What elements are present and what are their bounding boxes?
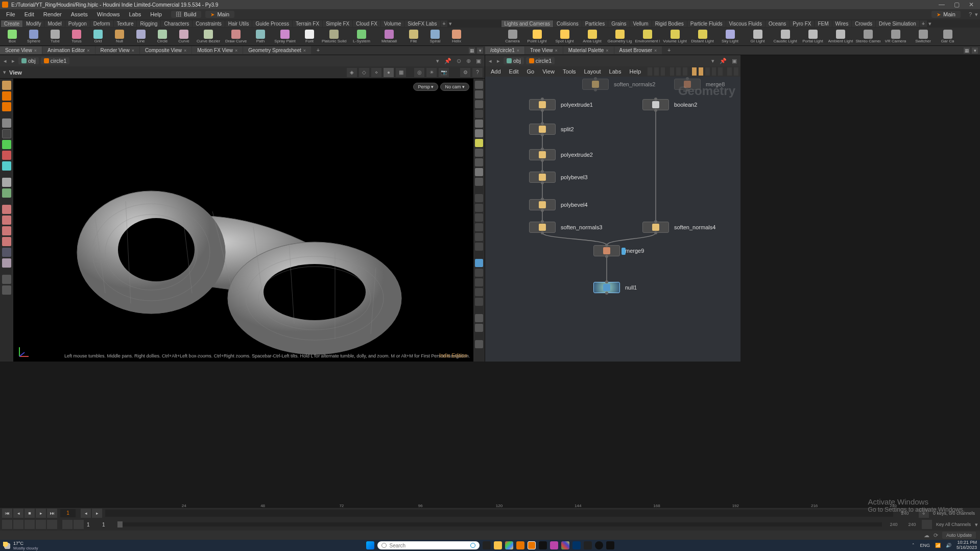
range-end[interactable]: 240 [885,522,902,527]
tool-file[interactable]: File [403,30,424,43]
camera-menu[interactable]: No cam ▾ [440,83,469,91]
shelf-add-button[interactable]: + [920,20,927,27]
node-tool2-icon[interactable] [654,67,659,76]
node-sn3[interactable]: soften_normals3 [529,222,602,233]
path-crumb-circle1[interactable]: circle1 [41,57,70,64]
node-sn2[interactable]: soften_normals2 [582,79,655,90]
shelf-tab-rigging[interactable]: Rigging [137,20,160,27]
shelf-tab-pyro-fx[interactable]: Pyro FX [790,20,814,27]
node-pb4[interactable]: polybevel4 [529,199,588,210]
pane-tab--obj-circle1[interactable]: /obj/circle1× [485,46,524,54]
dropdown-icon[interactable]: ▾ [710,58,716,64]
tool-line[interactable]: Line [131,30,151,43]
tool-stereo-camera[interactable]: Stereo Camera [855,30,881,43]
menu-labs[interactable]: Labs [125,10,145,18]
node-tool1-icon[interactable] [648,67,652,76]
vp-help-icon[interactable] [475,340,483,348]
clock[interactable]: 10:21 PM 5/16/2023 [957,540,977,550]
taskbar-search[interactable] [377,541,480,549]
pin-icon[interactable]: 📌 [718,58,728,64]
select-point-icon[interactable]: ⋄ [371,68,381,77]
tab-close-icon[interactable]: × [555,48,558,53]
tool-camera[interactable]: Camera [503,30,523,43]
slack-icon[interactable] [561,541,569,549]
tool-draw-curve[interactable]: Draw Curve [223,30,249,43]
app3-icon[interactable] [595,541,603,549]
obs-icon[interactable] [539,541,547,549]
desktop-selector-main[interactable]: ➤ Main [205,11,234,18]
node-pe2[interactable]: polyextrude2 [529,149,593,160]
shelf-tab-wires[interactable]: Wires [832,20,852,27]
app1-icon[interactable] [550,541,558,549]
search-input[interactable] [390,543,467,548]
loop-button[interactable] [25,520,35,529]
node-find-icon[interactable] [727,67,732,76]
pane-split-icon[interactable]: ▦ [964,47,970,54]
step-fwd-button[interactable]: ▸ [92,509,102,518]
snap-tool-icon[interactable] [2,178,11,187]
tool-l-system[interactable]: L-System [348,30,375,43]
tool-environment-light[interactable]: Environment Light [634,30,661,43]
shelf-tab-volume[interactable]: Volume [381,20,404,27]
node-tool3-icon[interactable] [661,67,665,76]
node-shape-icon[interactable] [718,67,723,76]
shelf-tab-deform[interactable]: Deform [90,20,113,27]
node-list-icon[interactable] [676,67,681,76]
light-icon[interactable]: ☀ [426,68,437,77]
node-color-icon[interactable] [712,67,716,76]
tool-gar-ca[interactable]: Gar Ca [938,30,958,43]
pane-tab-render-view[interactable]: Render View× [95,46,139,54]
key-settings-button[interactable] [922,520,932,529]
select-obj-icon[interactable]: ◈ [347,68,357,77]
tool-vr-camera[interactable]: VR Camera [882,30,909,43]
region-tool-icon[interactable] [2,140,11,149]
tool-path[interactable]: Path [250,30,271,43]
uv-tool-icon[interactable] [2,258,11,268]
node-netbox-icon[interactable] [705,67,710,76]
shelf-tab-collisions[interactable]: Collisions [554,20,582,27]
move-tool-icon[interactable] [2,91,11,101]
bg-icon[interactable] [475,269,483,277]
nav-fwd-button[interactable] [74,520,84,529]
node-group-icon[interactable] [699,67,703,76]
tab-close-icon[interactable]: × [34,48,37,53]
tab-close-icon[interactable]: × [184,48,186,53]
shelf-tab-terrain-fx[interactable]: Terrain FX [293,20,322,27]
rotate-tool-icon[interactable] [2,102,11,111]
desktop-selector-main-right[interactable]: ➤ Main [931,11,961,18]
node-menu-add[interactable]: Add [487,67,505,76]
shelf-tab-texture[interactable]: Texture [114,20,137,27]
realtime-button[interactable] [13,520,23,529]
photoshop-icon[interactable] [572,541,581,549]
grid-tool-icon[interactable] [2,188,11,198]
nav-back-icon[interactable]: ◂ [487,58,493,64]
window-minimize-button[interactable]: — [939,1,945,8]
node-pb3[interactable]: polybevel3 [529,172,588,183]
point-display-icon[interactable] [475,194,483,202]
safe-area-icon[interactable] [475,298,483,306]
normal-display-icon[interactable] [475,204,483,212]
tool-switcher[interactable]: Switcher [910,30,937,43]
node-n1[interactable]: null1 [593,282,637,293]
display-opt2-icon[interactable] [475,90,483,99]
tab-close-icon[interactable]: × [606,48,608,53]
visualize-icon[interactable] [475,259,483,267]
shelf-tab-particles[interactable]: Particles [582,20,608,27]
pane-tab-material-palette[interactable]: Material Palette× [563,46,614,54]
polyfill-tool-icon[interactable] [2,237,11,246]
node-menu-edit[interactable]: Edit [506,67,522,76]
pin-icon[interactable]: 📌 [443,58,453,64]
tool-volume-light[interactable]: Volume Light [662,30,688,43]
shelf-tab-viscous-fluids[interactable]: Viscous Fluids [726,20,765,27]
polybridge-tool-icon[interactable] [2,248,11,257]
play-stop-button[interactable]: ■ [25,509,35,518]
shelf-tab-rigid-bodies[interactable]: Rigid Bodies [652,20,687,27]
window-close-button[interactable]: ✕ [969,1,974,8]
range-track[interactable] [117,522,882,526]
audio-button[interactable] [2,520,12,529]
pane-split-icon[interactable]: ▦ [469,47,475,54]
tool-caustic-light[interactable]: Caustic Light [772,30,799,43]
pane-menu-icon[interactable]: ▾ [477,47,483,54]
tool-null[interactable]: Null [109,30,130,43]
node-menu-layout[interactable]: Layout [581,67,605,76]
